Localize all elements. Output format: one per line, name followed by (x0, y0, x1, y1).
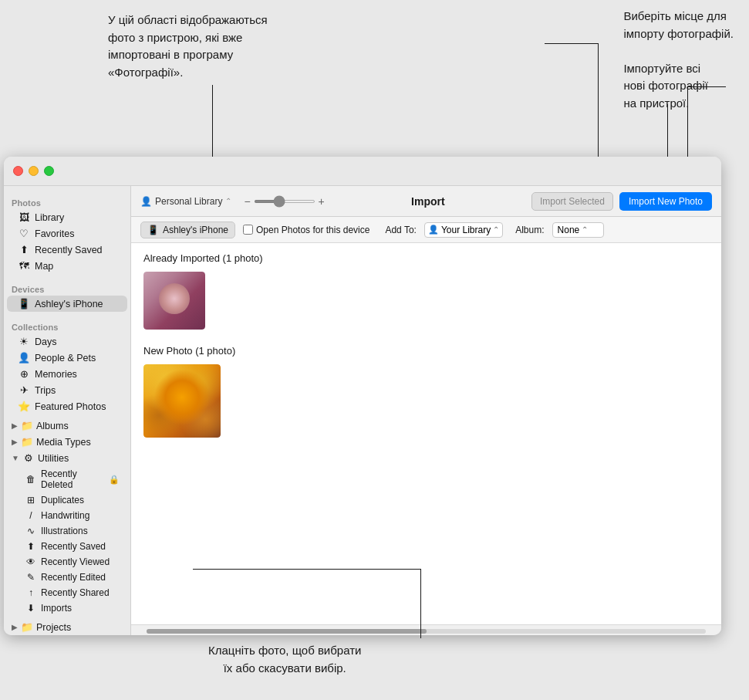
zoom-out-icon[interactable]: − (244, 195, 250, 208)
duplicates-icon: ⊞ (25, 495, 36, 506)
scrollbar-thumb[interactable] (147, 629, 427, 634)
minimize-button[interactable] (29, 166, 39, 176)
bottom-callout-line-h (193, 569, 420, 570)
album-value: None (558, 225, 580, 235)
horizontal-scrollbar[interactable] (131, 624, 721, 635)
already-imported-photo[interactable] (143, 272, 205, 330)
import-area: Already Imported (1 photo) New Photo (1 … (131, 243, 721, 624)
add-to-select[interactable]: 👤 Your Library ⌃ (424, 222, 503, 238)
sidebar-label-trips: Trips (35, 385, 120, 396)
add-to-chevron-icon: ⌃ (493, 225, 499, 234)
already-imported-title: Already Imported (1 photo) (143, 252, 709, 264)
map-icon: 🗺 (18, 260, 30, 272)
sidebar-item-recently-deleted[interactable]: 🗑 Recently Deleted 🔒 (7, 466, 127, 492)
library-selector[interactable]: 👤 Personal Library ⌃ (140, 196, 231, 207)
sidebar-item-recently-shared[interactable]: ↑ Recently Shared (7, 585, 127, 600)
recently-edited-icon: ✎ (25, 572, 36, 583)
device-tab[interactable]: 📱 Ashley's iPhone (140, 221, 235, 238)
close-button[interactable] (13, 166, 23, 176)
main-window: Photos 🖼 Library ♡ Favorites ⬆ Recently … (4, 157, 721, 635)
sidebar-label-imports: Imports (41, 603, 72, 614)
traffic-lights (13, 166, 54, 176)
sidebar-item-recently-viewed[interactable]: 👁 Recently Viewed (7, 554, 127, 570)
sidebar-item-imports[interactable]: ⬇ Imports (7, 600, 127, 616)
projects-folder-icon: 📁 (21, 621, 33, 633)
right-callout-line-h3 (688, 86, 726, 87)
sidebar-item-days[interactable]: ☀ Days (7, 333, 127, 350)
sidebar-label-days: Days (35, 336, 120, 347)
lock-icon: 🔒 (109, 475, 120, 485)
recently-saved-icon: ⬆ (18, 244, 30, 255)
already-imported-grid (143, 272, 709, 330)
sidebar-label-recently-edited: Recently Edited (41, 572, 106, 583)
sidebar-item-recently-saved-util[interactable]: ⬆ Recently Saved (7, 539, 127, 554)
sidebar-label-duplicates: Duplicates (41, 495, 84, 506)
sidebar-item-featured[interactable]: ⭐ Featured Photos (7, 398, 127, 414)
sidebar-item-handwriting[interactable]: / Handwriting (7, 508, 127, 523)
bottom-callout: Клацніть фото, щоб вибрати їх або скасув… (208, 642, 361, 677)
sidebar-item-favorites[interactable]: ♡ Favorites (7, 225, 127, 242)
device-tab-label: Ashley's iPhone (163, 225, 228, 235)
sidebar-label-featured: Featured Photos (35, 401, 120, 412)
media-types-folder-icon: 📁 (21, 436, 33, 448)
open-photos-label: Open Photos for this device (256, 225, 369, 235)
new-photo[interactable] (143, 364, 221, 438)
person-icon: 👤 (140, 196, 152, 207)
sidebar-item-illustrations[interactable]: ∿ Illustrations (7, 523, 127, 539)
sidebar-item-trips[interactable]: ✈ Trips (7, 382, 127, 398)
sidebar-label-map: Map (35, 261, 120, 272)
sidebar-label-recently-deleted: Recently Deleted (41, 468, 104, 490)
toolbar-title: Import (331, 195, 525, 208)
featured-icon: ⭐ (18, 401, 30, 412)
add-to-person-icon: 👤 (428, 225, 439, 235)
import-new-button[interactable]: Import New Photo (619, 192, 712, 211)
right-callout-line-h2 (545, 43, 599, 44)
recently-shared-icon: ↑ (25, 587, 36, 598)
scrollbar-track (147, 629, 706, 634)
maximize-button[interactable] (44, 166, 54, 176)
iphone-icon: 📱 (18, 298, 30, 309)
album-chevron-icon: ⌃ (582, 225, 588, 234)
imports-icon: ⬇ (25, 603, 36, 614)
sidebar-item-people-pets[interactable]: 👤 People & Pets (7, 350, 127, 366)
sidebar-item-recently-edited[interactable]: ✎ Recently Edited (7, 570, 127, 585)
new-photo-title: New Photo (1 photo) (143, 345, 709, 357)
bottom-callout-line-v (420, 569, 421, 638)
media-types-group-toggle[interactable]: ▶ 📁 Media Types (7, 434, 127, 450)
recently-deleted-icon: 🗑 (25, 474, 36, 485)
utilities-gear-icon: ⚙ (22, 452, 35, 464)
open-photos-checkbox[interactable] (243, 225, 253, 235)
album-select[interactable]: None ⌃ (552, 222, 605, 238)
illustrations-icon: ∿ (25, 526, 36, 536)
albums-folder-icon: 📁 (21, 420, 33, 431)
albums-chevron-icon: ▶ (12, 421, 18, 430)
main-content: 👤 Personal Library ⌃ − + Import Import S… (131, 186, 721, 635)
zoom-slider: − + (244, 195, 324, 208)
utilities-group-toggle[interactable]: ▼ ⚙ Utilities (7, 450, 127, 466)
sidebar-label-handwriting: Handwriting (41, 510, 89, 521)
new-photo-thumbnail (143, 364, 221, 438)
already-imported-thumbnail (143, 272, 205, 330)
sidebar-item-duplicates[interactable]: ⊞ Duplicates (7, 492, 127, 508)
open-photos-control[interactable]: Open Photos for this device (243, 225, 369, 235)
projects-group-label: Projects (36, 622, 71, 633)
albums-group-toggle[interactable]: ▶ 📁 Albums (7, 418, 127, 434)
sidebar-item-iphone[interactable]: 📱 Ashley's iPhone (7, 296, 127, 312)
sidebar-label-favorites: Favorites (35, 228, 120, 239)
sidebar-item-library[interactable]: 🖼 Library (7, 209, 127, 225)
handwriting-icon: / (25, 510, 36, 521)
window-body: Photos 🖼 Library ♡ Favorites ⬆ Recently … (4, 186, 721, 635)
zoom-in-icon[interactable]: + (319, 195, 325, 208)
utilities-chevron-icon: ▼ (12, 454, 19, 462)
sidebar-item-memories[interactable]: ⊕ Memories (7, 366, 127, 382)
zoom-input[interactable] (254, 200, 315, 203)
albums-group-label: Albums (36, 421, 69, 431)
projects-group-toggle[interactable]: ▶ 📁 Projects (7, 619, 127, 635)
sidebar-item-map[interactable]: 🗺 Map (7, 258, 127, 274)
collections-section-label: Collections (4, 316, 130, 333)
sidebar-item-recently-saved[interactable]: ⬆ Recently Saved (7, 242, 127, 258)
media-types-chevron-icon: ▶ (12, 438, 18, 446)
import-selected-button[interactable]: Import Selected (531, 192, 613, 211)
memories-icon: ⊕ (18, 368, 30, 380)
media-types-group-label: Media Types (36, 437, 91, 448)
